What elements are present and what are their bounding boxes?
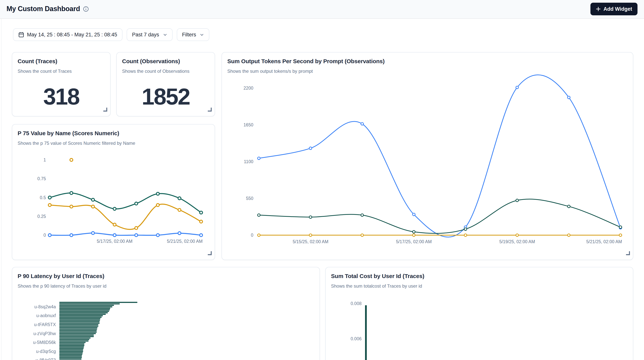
svg-text:0.25: 0.25 xyxy=(37,214,46,219)
count-observations-value: 1852 xyxy=(117,85,215,108)
widget-title: Count (Traces) xyxy=(18,58,57,64)
p90-latency-bar-chart[interactable]: u-8sq2w4au-aobnuxfu-tFAR5TXu-zVqP3hwu-5M… xyxy=(12,267,320,360)
widget-title: Count (Observations) xyxy=(122,58,180,64)
resize-handle-icon[interactable] xyxy=(102,107,108,113)
p75-scores-line-chart[interactable]: 00.250.50.7515/17/25, 02:00 AM5/21/25, 0… xyxy=(12,125,216,260)
resize-handle-icon[interactable] xyxy=(207,250,212,257)
widget-count-observations: Count (Observations) Shows the count of … xyxy=(116,52,215,116)
svg-text:u-d3qr5cg: u-d3qr5cg xyxy=(36,349,56,354)
svg-text:550: 550 xyxy=(246,196,253,201)
total-cost-bar-chart[interactable]: 0.0080.006 xyxy=(326,267,634,360)
svg-text:1650: 1650 xyxy=(244,122,253,127)
svg-text:1: 1 xyxy=(44,157,46,162)
svg-text:5/15/25, 02:00 AM: 5/15/25, 02:00 AM xyxy=(293,239,328,244)
filters-dropdown[interactable]: Filters xyxy=(176,28,210,41)
chevron-down-icon xyxy=(163,32,167,37)
svg-text:u-zVqP3hw: u-zVqP3hw xyxy=(33,331,56,336)
svg-text:0: 0 xyxy=(251,233,253,238)
count-traces-value: 318 xyxy=(12,85,110,108)
svg-text:0.5: 0.5 xyxy=(40,195,46,200)
svg-text:5/19/25, 02:00 AM: 5/19/25, 02:00 AM xyxy=(499,239,535,244)
widget-subtitle: Shows the count of Traces xyxy=(18,69,72,74)
date-range-label: May 14, 25 : 08:45 - May 21, 25 : 08:45 xyxy=(27,32,117,37)
page-title: My Custom Dashboard xyxy=(6,5,80,13)
calendar-icon xyxy=(18,32,24,37)
svg-text:u-8fVa9T3: u-8fVa9T3 xyxy=(36,358,56,360)
svg-text:5/21/25, 02:00 AM: 5/21/25, 02:00 AM xyxy=(586,239,622,244)
range-preset-dropdown[interactable]: Past 7 days xyxy=(127,28,172,41)
info-icon[interactable] xyxy=(83,6,89,12)
widget-p75-scores: P 75 Value by Name (Scores Numeric) Show… xyxy=(12,124,215,260)
add-widget-label: Add Widget xyxy=(604,6,632,12)
plus-icon xyxy=(596,7,601,12)
svg-text:u-5M8D56k: u-5M8D56k xyxy=(33,340,56,345)
resize-handle-icon[interactable] xyxy=(625,250,630,257)
date-range-picker[interactable]: May 14, 25 : 08:45 - May 21, 25 : 08:45 xyxy=(13,28,122,41)
tokens-per-second-line-chart[interactable]: 05501100165022005/15/25, 02:00 AM5/17/25… xyxy=(222,53,634,260)
svg-text:5/17/25, 02:00 AM: 5/17/25, 02:00 AM xyxy=(97,239,132,244)
page-header: My Custom Dashboard Add Widget xyxy=(0,0,644,19)
widget-tokens-per-second: Sum Output Tokens Per Second by Prompt (… xyxy=(222,52,633,260)
svg-text:0: 0 xyxy=(44,233,46,238)
widget-subtitle: Shows the count of Observations xyxy=(122,69,190,74)
widget-p90-latency: P 90 Latency by User Id (Traces) Shows t… xyxy=(12,267,320,360)
svg-text:1100: 1100 xyxy=(244,159,253,164)
svg-text:u-aobnuxf: u-aobnuxf xyxy=(36,313,56,318)
resize-handle-icon[interactable] xyxy=(207,107,212,113)
filters-label: Filters xyxy=(182,32,196,37)
widget-count-traces: Count (Traces) Shows the count of Traces… xyxy=(12,52,110,116)
svg-text:0.008: 0.008 xyxy=(350,301,362,306)
svg-text:0.006: 0.006 xyxy=(350,336,362,341)
svg-text:u-tFAR5TX: u-tFAR5TX xyxy=(34,322,56,327)
chevron-down-icon xyxy=(200,32,204,37)
dashboard-page: My Custom Dashboard Add Widget xyxy=(0,0,644,360)
svg-text:0.75: 0.75 xyxy=(37,176,46,181)
filter-toolbar: May 14, 25 : 08:45 - May 21, 25 : 08:45 … xyxy=(13,28,210,41)
range-preset-label: Past 7 days xyxy=(132,32,159,37)
add-widget-button[interactable]: Add Widget xyxy=(590,3,638,16)
svg-text:5/21/25, 02:00 AM: 5/21/25, 02:00 AM xyxy=(167,239,202,244)
svg-text:5/17/25, 02:00 AM: 5/17/25, 02:00 AM xyxy=(396,239,432,244)
widget-total-cost: Sum Total Cost by User Id (Traces) Shows… xyxy=(325,267,633,360)
content-left-edge xyxy=(1,19,2,360)
svg-text:2200: 2200 xyxy=(244,86,253,91)
svg-text:u-8sq2w4a: u-8sq2w4a xyxy=(34,304,56,309)
